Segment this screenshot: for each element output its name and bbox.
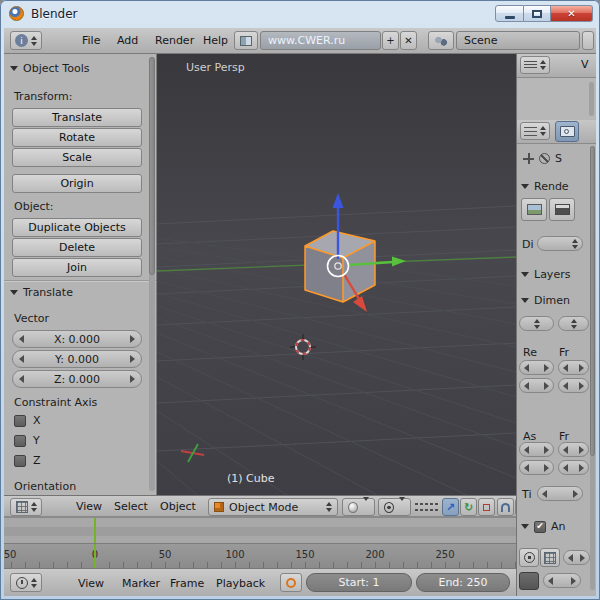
axis-z-checkbox[interactable] xyxy=(14,455,26,467)
stepper-left-icon[interactable] xyxy=(19,375,24,383)
tool-shelf-scrollbar[interactable] xyxy=(149,57,155,491)
scrollbar-thumb[interactable] xyxy=(149,57,155,275)
3d-viewport[interactable]: User Persp (1) Cube xyxy=(157,54,516,495)
current-frame-marker[interactable] xyxy=(94,544,96,568)
timeline-tracks[interactable] xyxy=(4,517,516,543)
render-image-button[interactable] xyxy=(521,198,547,221)
frame-end-stepper[interactable] xyxy=(558,378,589,393)
start-frame-field[interactable]: Start: 1 xyxy=(306,573,412,592)
pivot-dropdown[interactable] xyxy=(378,498,411,516)
aspect-y-stepper[interactable] xyxy=(519,460,554,475)
fps-base-stepper[interactable] xyxy=(558,460,589,475)
menu-view[interactable]: View xyxy=(76,500,102,513)
stepper-right-icon[interactable] xyxy=(130,375,135,383)
display-dropdown[interactable] xyxy=(537,236,583,251)
minimize-button[interactable] xyxy=(495,5,524,22)
menu-add[interactable]: Add xyxy=(117,34,138,47)
render-animation-button[interactable] xyxy=(549,198,575,221)
outliner-body[interactable] xyxy=(517,78,596,120)
origin-button[interactable]: Origin xyxy=(12,174,142,193)
editor-type-button-outliner[interactable] xyxy=(520,56,550,74)
layers-widget[interactable] xyxy=(414,501,439,513)
resolution-x-stepper[interactable] xyxy=(519,360,554,375)
manipulator-translate-toggle[interactable]: ↗ xyxy=(442,498,459,516)
axis-y-checkbox[interactable] xyxy=(14,435,26,447)
time-remap-stepper[interactable] xyxy=(537,486,583,501)
layers-panel-header[interactable]: Layers xyxy=(521,268,570,281)
viewport-canvas[interactable] xyxy=(157,54,516,495)
join-button[interactable]: Join xyxy=(12,258,142,277)
stepper-left-icon[interactable] xyxy=(19,355,24,363)
rotate-button[interactable]: Rotate xyxy=(12,128,142,147)
screen-layout-browse-button[interactable] xyxy=(234,31,258,50)
scrollbar-thumb[interactable] xyxy=(590,146,595,456)
menu-select[interactable]: Select xyxy=(114,500,148,513)
editor-type-button-info[interactable]: i xyxy=(10,31,42,50)
delete-button[interactable]: Delete xyxy=(12,238,142,257)
dimensions-panel-header[interactable]: Dimen xyxy=(521,294,570,307)
scene-name-field[interactable]: Scene xyxy=(456,31,580,50)
manipulator-rotate-toggle[interactable]: ↻ xyxy=(460,498,477,516)
editor-type-button-timeline[interactable] xyxy=(10,573,42,592)
menu-playback[interactable]: Playback xyxy=(216,577,265,590)
outliner-menu-view[interactable]: V xyxy=(581,58,589,71)
fps-stepper[interactable] xyxy=(558,442,589,457)
antialias-checkbox[interactable]: ✔ xyxy=(534,521,546,533)
mode-dropdown[interactable]: Object Mode xyxy=(208,498,338,516)
vector-y-field[interactable]: Y: 0.000 xyxy=(12,350,142,368)
filter-type-button[interactable] xyxy=(519,572,539,590)
editor-type-button-properties[interactable] xyxy=(520,122,550,140)
sample-grid-button[interactable] xyxy=(540,548,560,567)
menu-view[interactable]: View xyxy=(78,577,104,590)
render-panel-header[interactable]: Rende xyxy=(521,180,569,193)
sample-option-button[interactable] xyxy=(519,548,539,567)
frame-start-stepper[interactable] xyxy=(558,360,589,375)
axis-x-checkbox[interactable] xyxy=(14,415,26,427)
add-layout-button[interactable]: + xyxy=(382,31,399,50)
scale-button[interactable]: Scale xyxy=(12,148,142,167)
snap-toggle[interactable] xyxy=(497,498,514,516)
resolution-y-stepper[interactable] xyxy=(519,378,554,393)
menu-help[interactable]: Help xyxy=(203,34,228,47)
screen-layout-name-field[interactable]: www.CWER.ru xyxy=(260,31,381,50)
menu-object[interactable]: Object xyxy=(160,500,196,513)
preset-stepper[interactable] xyxy=(558,316,589,331)
filter-size-stepper[interactable] xyxy=(543,573,581,588)
stepper-right-icon[interactable] xyxy=(130,335,135,343)
timeline-ruler[interactable]: 50 0 50 100 150 200 250 xyxy=(4,543,516,568)
menu-file[interactable]: File xyxy=(82,34,100,47)
titlebar[interactable]: Blender ✕ xyxy=(0,0,600,28)
samples-stepper[interactable] xyxy=(563,550,590,565)
outliner-scrollbar[interactable] xyxy=(589,82,594,116)
properties-tab-render[interactable] xyxy=(555,121,579,142)
stepper-left-icon[interactable] xyxy=(19,335,24,343)
scene-browse-button[interactable] xyxy=(428,31,454,50)
maximize-button[interactable] xyxy=(524,5,551,22)
duplicate-objects-button[interactable]: Duplicate Objects xyxy=(12,218,142,237)
manipulator-scale-toggle[interactable] xyxy=(478,498,495,516)
stepper-right-icon[interactable] xyxy=(130,355,135,363)
delete-layout-button[interactable]: ✕ xyxy=(400,31,417,50)
translate-button[interactable]: Translate xyxy=(12,108,142,127)
vector-z-field[interactable]: Z: 0.000 xyxy=(12,370,142,388)
menu-frame[interactable]: Frame xyxy=(170,577,204,590)
translate-panel-header[interactable]: Translate xyxy=(10,286,73,299)
aspect-x-stepper[interactable] xyxy=(519,442,554,457)
menu-render[interactable]: Render xyxy=(155,34,194,47)
properties-scrollbar[interactable] xyxy=(590,146,595,590)
preset-stepper[interactable] xyxy=(519,316,554,331)
viewport-shading-dropdown[interactable] xyxy=(342,498,375,516)
record-button[interactable] xyxy=(280,573,302,592)
current-frame-marker[interactable] xyxy=(94,518,96,543)
header-overflow-button[interactable] xyxy=(582,31,594,50)
object-tools-panel-header[interactable]: Object Tools xyxy=(10,62,89,75)
pin-icon[interactable] xyxy=(523,153,534,164)
close-button[interactable]: ✕ xyxy=(551,5,593,22)
vector-x-field[interactable]: X: 0.000 xyxy=(12,330,142,348)
wrench-icon[interactable] xyxy=(539,153,550,164)
end-frame-field[interactable]: End: 250 xyxy=(416,573,510,592)
cube-mesh[interactable] xyxy=(305,231,375,302)
editor-type-button-3dview[interactable] xyxy=(10,498,42,516)
menu-marker[interactable]: Marker xyxy=(122,577,160,590)
antialias-panel-header[interactable]: ✔ An xyxy=(521,520,566,533)
